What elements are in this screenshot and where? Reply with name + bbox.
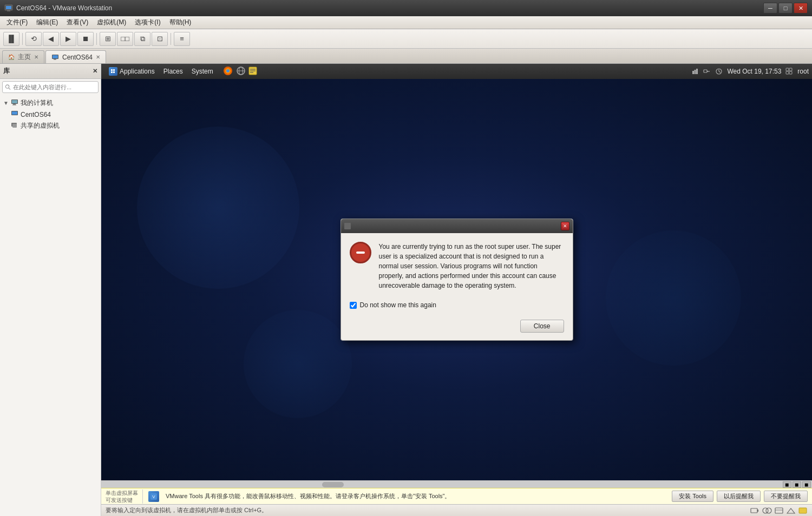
tab-home[interactable]: 🏠 主页 ✕	[2, 50, 44, 63]
system-label: System	[192, 68, 213, 75]
dialog-checkbox-label[interactable]: Do not show me this again	[360, 301, 436, 309]
dialog-titlebar-left	[344, 223, 351, 229]
tab-home-close[interactable]: ✕	[34, 54, 38, 60]
sidebar-title: 库	[3, 67, 10, 76]
svg-rect-18	[111, 71, 113, 73]
guest-system-menu[interactable]: System	[187, 67, 218, 76]
sidebar-header: 库 ✕	[0, 64, 101, 79]
menu-tabs[interactable]: 选项卡(I)	[130, 17, 165, 28]
svg-rect-31	[695, 70, 696, 74]
toolbar-btn-snapshot[interactable]: ⧉	[134, 32, 150, 46]
svg-rect-33	[704, 70, 707, 72]
dialog-close-button[interactable]: Close	[520, 320, 564, 333]
error-icon	[350, 242, 371, 263]
svg-rect-47	[757, 510, 758, 512]
shared-icon	[11, 121, 18, 130]
sidebar-search[interactable]	[2, 81, 99, 93]
menu-help[interactable]: 帮助(H)	[165, 17, 196, 28]
sidebar-close-btn[interactable]: ✕	[93, 68, 97, 75]
toolbar-sep-1	[22, 33, 23, 45]
vm-corner-btn-2[interactable]: ◼	[793, 481, 801, 488]
vmtools-click-info: 单击虚拟屏幕 可发送按键	[106, 489, 143, 504]
remind-later-button[interactable]: 以后提醒我	[717, 491, 761, 502]
svg-rect-19	[113, 71, 115, 73]
bottom-status: 要将输入定向到该虚拟机，请在虚拟机内部单击或按 Ctrl+G。	[101, 504, 812, 516]
centos-desktop[interactable]: Applications Places System	[101, 64, 812, 480]
click-info-line1: 单击虚拟屏幕	[106, 489, 138, 497]
menu-edit[interactable]: 编辑(E)	[32, 17, 62, 28]
firefox-icon[interactable]	[223, 66, 233, 77]
vm-display[interactable]: Applications Places System	[101, 64, 812, 480]
sidebar-centos64-label: CentOS64	[21, 111, 51, 118]
menu-view[interactable]: 查看(V)	[62, 17, 93, 28]
toolbar-btn-stop[interactable]: ⏹	[77, 32, 94, 46]
menu-file[interactable]: 文件(F)	[2, 17, 32, 28]
toolbar-btn-menu[interactable]: ≡	[174, 32, 190, 46]
apps-label: Applications	[120, 68, 155, 75]
dialog-checkbox-row: Do not show me this again	[341, 299, 573, 315]
guest-datetime: Wed Oct 19, 17:53	[727, 68, 781, 75]
svg-rect-11	[12, 105, 16, 105]
status-icon-3	[774, 507, 784, 514]
toolbar-btn-back[interactable]: ◀	[43, 32, 59, 46]
toolbar-btn-shared[interactable]: ⊡	[152, 32, 168, 46]
sidebar-item-my-computer[interactable]: ▼ 我的计算机	[0, 97, 101, 109]
tab-centos64-icon	[51, 54, 59, 61]
tab-centos64-close[interactable]: ✕	[96, 54, 100, 60]
dialog-close-icon-btn[interactable]: ✕	[561, 222, 569, 230]
toolbar-btn-forward[interactable]: ▶	[60, 32, 76, 46]
svg-rect-16	[111, 69, 113, 71]
toolbar-sep-2	[96, 33, 97, 45]
vm-hscrollbar[interactable]: ◼ ◼ ◼	[101, 480, 812, 488]
places-label: Places	[163, 68, 183, 75]
tabs-row: 🏠 主页 ✕ CentOS64 ✕	[0, 49, 812, 64]
sidebar-item-centos64[interactable]: CentOS64	[0, 109, 101, 120]
sidebar-tree: ▼ 我的计算机	[0, 95, 101, 516]
vm-corner-btn-1[interactable]: ◼	[783, 481, 791, 488]
svg-rect-50	[775, 508, 783, 513]
svg-rect-1	[6, 6, 11, 9]
close-button[interactable]: ✕	[794, 3, 808, 14]
svg-rect-17	[113, 69, 115, 71]
tray-icon-1	[691, 68, 699, 75]
tab-centos64-label: CentOS64	[62, 54, 93, 61]
svg-point-49	[766, 508, 771, 513]
svg-line-38	[719, 71, 721, 72]
vm-corner-btns: ◼ ◼ ◼	[783, 481, 811, 488]
menu-vm[interactable]: 虚拟机(M)	[93, 17, 130, 28]
titlebar-controls: ─ □ ✕	[763, 3, 808, 14]
tray-icon-2	[703, 68, 711, 75]
toolbar-btn-fullscreen[interactable]: ⊞	[100, 32, 116, 46]
edit-icon[interactable]	[248, 66, 258, 77]
status-icon-5	[798, 507, 808, 514]
guest-places-menu[interactable]: Places	[159, 67, 187, 76]
tree-arrow: ▼	[3, 100, 9, 106]
install-tools-button[interactable]: 安装 Tools	[672, 491, 713, 502]
toolbar-btn-restore[interactable]: ⟲	[25, 32, 42, 46]
vm-corner-btn-3[interactable]: ◼	[802, 481, 811, 488]
dialog-body: You are currently trying to run as the r…	[341, 233, 573, 299]
sidebar-item-shared-vms[interactable]: 共享的虚拟机	[0, 120, 101, 131]
search-input[interactable]	[13, 84, 96, 90]
dismiss-button[interactable]: 不要提醒我	[764, 491, 808, 502]
app-icon	[4, 4, 13, 12]
restore-button[interactable]: □	[778, 3, 793, 14]
hscroll-thumb[interactable]	[322, 482, 344, 487]
guest-apps-menu[interactable]: Applications	[104, 66, 159, 77]
minimize-button[interactable]: ─	[763, 3, 777, 14]
network-icon[interactable]	[236, 66, 246, 77]
svg-rect-42	[789, 71, 792, 74]
svg-rect-15	[12, 124, 17, 128]
guest-right-bar: Wed Oct 19, 17:53 root	[691, 68, 809, 75]
tray-icon-4	[785, 68, 793, 75]
toolbar-btn-unity[interactable]: □□	[117, 32, 133, 46]
dialog-checkbox[interactable]	[350, 302, 357, 309]
tab-centos64[interactable]: CentOS64 ✕	[45, 50, 106, 63]
guest-topbar: Applications Places System	[101, 64, 812, 79]
vmtools-icon: V	[148, 491, 159, 502]
svg-line-7	[9, 88, 10, 90]
svg-rect-34	[707, 71, 708, 72]
menubar: 文件(F) 编辑(E) 查看(V) 虚拟机(M) 选项卡(I) 帮助(H)	[0, 16, 812, 29]
svg-rect-52	[799, 508, 807, 513]
toolbar-btn-power[interactable]: ▐▌	[3, 32, 19, 46]
